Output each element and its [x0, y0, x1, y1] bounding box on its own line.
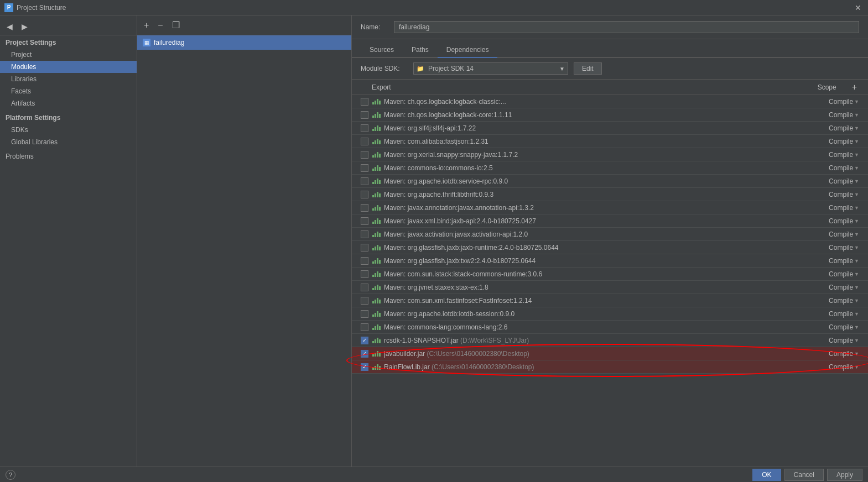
dependency-checkbox[interactable] — [361, 124, 368, 132]
dependency-scope[interactable]: Compile▼ — [809, 177, 859, 185]
dependency-scope[interactable]: Compile▼ — [809, 284, 859, 291]
table-row[interactable]: Maven: javax.activation:javax.activation… — [352, 228, 868, 241]
tab-dependencies[interactable]: Dependencies — [438, 43, 498, 58]
name-input[interactable] — [394, 21, 859, 33]
dependency-checkbox[interactable] — [361, 138, 368, 145]
dependency-scope[interactable]: Compile▼ — [809, 310, 859, 318]
table-row[interactable]: Maven: org.glassfish.jaxb:jaxb-runtime:2… — [352, 241, 868, 254]
table-row[interactable]: Maven: com.sun.xml.fastinfoset:FastInfos… — [352, 294, 868, 307]
add-dependency-button[interactable]: + — [850, 82, 859, 92]
dependency-scope[interactable]: Compile▼ — [809, 138, 859, 145]
dependency-checkbox[interactable] — [361, 350, 368, 358]
dependency-scope[interactable]: Compile▼ — [809, 297, 859, 305]
sdk-select[interactable]: Project SDK 14 — [413, 62, 568, 75]
sidebar-item-project[interactable]: Project — [0, 49, 137, 61]
table-row[interactable]: Maven: org.slf4j:slf4j-api:1.7.22Compile… — [352, 122, 868, 135]
apply-button[interactable]: Apply — [827, 469, 862, 481]
scope-label: Compile — [829, 350, 853, 358]
sidebar-problems-label: Problems — [6, 153, 34, 160]
table-row[interactable]: Maven: org.apache.iotdb:iotdb-session:0.… — [352, 307, 868, 321]
table-row[interactable]: Maven: org.apache.iotdb:service-rpc:0.9.… — [352, 175, 868, 188]
table-row[interactable]: Maven: ch.qos.logback:logback-classic:..… — [352, 95, 868, 108]
cancel-button[interactable]: Cancel — [784, 469, 824, 481]
dependency-scope[interactable]: Compile▼ — [809, 270, 859, 278]
dependency-scope[interactable]: Compile▼ — [809, 230, 859, 238]
sidebar-item-global-libraries[interactable]: Global Libraries — [0, 136, 137, 148]
dependency-scope[interactable]: Compile▼ — [809, 151, 859, 159]
dependency-checkbox[interactable] — [361, 297, 368, 305]
dependency-scope[interactable]: Compile▼ — [809, 217, 859, 225]
table-row[interactable]: javabuilder.jar (C:\Users\014600002380\D… — [352, 347, 868, 360]
sidebar-item-modules[interactable]: Modules — [0, 61, 137, 73]
dependency-checkbox[interactable] — [361, 204, 368, 212]
table-row[interactable]: Maven: commons-io:commons-io:2.5Compile▼ — [352, 161, 868, 175]
dependency-checkbox[interactable] — [361, 217, 368, 225]
sidebar-item-label: Global Libraries — [11, 138, 58, 146]
dependency-checkbox[interactable] — [361, 191, 368, 198]
sidebar-item-artifacts[interactable]: Artifacts — [0, 97, 137, 109]
ok-button[interactable]: OK — [752, 469, 781, 481]
close-button[interactable]: ✕ — [853, 3, 864, 12]
nav-forward-button[interactable]: ▶ — [19, 21, 30, 32]
dependency-scope[interactable]: Compile▼ — [809, 204, 859, 212]
dependency-scope[interactable]: Compile▼ — [809, 363, 859, 371]
dependency-checkbox[interactable] — [361, 337, 368, 344]
sidebar-item-facets[interactable]: Facets — [0, 85, 137, 97]
dependency-scope[interactable]: Compile▼ — [809, 164, 859, 172]
dependency-checkbox[interactable] — [361, 323, 368, 331]
table-row[interactable]: Maven: com.alibaba:fastjson:1.2.31Compil… — [352, 135, 868, 148]
tab-paths[interactable]: Paths — [403, 43, 438, 58]
table-row[interactable]: Maven: org.jvnet.staxex:stax-ex:1.8Compi… — [352, 281, 868, 294]
sdk-row: Module SDK: 📁 Project SDK 14 ▼ Edit — [352, 58, 868, 80]
table-row[interactable]: Maven: ch.qos.logback:logback-core:1.1.1… — [352, 108, 868, 122]
dependency-scope[interactable]: Compile▼ — [809, 191, 859, 198]
dependency-scope[interactable]: Compile▼ — [809, 323, 859, 331]
dependency-icon — [372, 244, 381, 252]
dependency-checkbox[interactable] — [361, 164, 368, 172]
scope-label: Compile — [829, 363, 853, 371]
dependency-checkbox[interactable] — [361, 310, 368, 318]
table-row[interactable]: Maven: org.apache.thrift:libthrift:0.9.3… — [352, 188, 868, 201]
table-row[interactable]: rcsdk-1.0-SNAPSHOT.jar (D:\Work\SFS_LYJ\… — [352, 334, 868, 347]
sidebar-item-label: SDKs — [11, 126, 28, 134]
dependency-name: rcsdk-1.0-SNAPSHOT.jar (D:\Work\SFS_LYJ\… — [384, 337, 806, 344]
dependency-checkbox[interactable] — [361, 111, 368, 119]
dependency-scope[interactable]: Compile▼ — [809, 98, 859, 106]
dependency-checkbox[interactable] — [361, 151, 368, 159]
dependency-checkbox[interactable] — [361, 177, 368, 185]
sidebar-item-libraries[interactable]: Libraries — [0, 73, 137, 85]
dependency-scope[interactable]: Compile▼ — [809, 244, 859, 252]
dependency-checkbox[interactable] — [361, 98, 368, 106]
dependency-checkbox[interactable] — [361, 230, 368, 238]
dependency-checkbox[interactable] — [361, 284, 368, 291]
copy-module-button[interactable]: ❐ — [170, 20, 182, 31]
dependency-scope[interactable]: Compile▼ — [809, 337, 859, 344]
sidebar-item-problems[interactable]: Problems — [0, 148, 137, 165]
module-item-failurediag[interactable]: ▦ failurediag — [137, 35, 351, 50]
table-row[interactable]: Maven: org.glassfish.jaxb:txw2:2.4.0-b18… — [352, 254, 868, 268]
sidebar-item-sdks[interactable]: SDKs — [0, 124, 137, 136]
dependency-name: Maven: com.sun.istack:istack-commons-run… — [384, 270, 806, 278]
nav-back-button[interactable]: ◀ — [4, 21, 15, 32]
edit-button[interactable]: Edit — [574, 62, 602, 75]
tab-sources[interactable]: Sources — [361, 43, 403, 58]
sdk-label: Module SDK: — [361, 65, 408, 72]
dependency-checkbox[interactable] — [361, 257, 368, 265]
dependency-checkbox[interactable] — [361, 244, 368, 252]
dependency-scope[interactable]: Compile▼ — [809, 111, 859, 119]
table-row[interactable]: Maven: org.xerial.snappy:snappy-java:1.1… — [352, 148, 868, 161]
dependency-checkbox[interactable] — [361, 363, 368, 371]
help-button[interactable]: ? — [6, 470, 15, 480]
table-row[interactable]: RainFlowLib.jar (C:\Users\014600002380\D… — [352, 360, 868, 374]
table-row[interactable]: Maven: com.sun.istack:istack-commons-run… — [352, 268, 868, 281]
remove-module-button[interactable]: − — [155, 20, 165, 31]
table-row[interactable]: Maven: javax.annotation:javax.annotation… — [352, 201, 868, 214]
dependency-scope[interactable]: Compile▼ — [809, 350, 859, 358]
add-module-button[interactable]: + — [142, 20, 151, 31]
table-row[interactable]: Maven: javax.xml.bind:jaxb-api:2.4.0-b18… — [352, 214, 868, 228]
sidebar-item-label: Facets — [11, 87, 31, 95]
dependency-scope[interactable]: Compile▼ — [809, 124, 859, 132]
dependency-checkbox[interactable] — [361, 270, 368, 278]
table-row[interactable]: Maven: commons-lang:commons-lang:2.6Comp… — [352, 321, 868, 334]
dependency-scope[interactable]: Compile▼ — [809, 257, 859, 265]
